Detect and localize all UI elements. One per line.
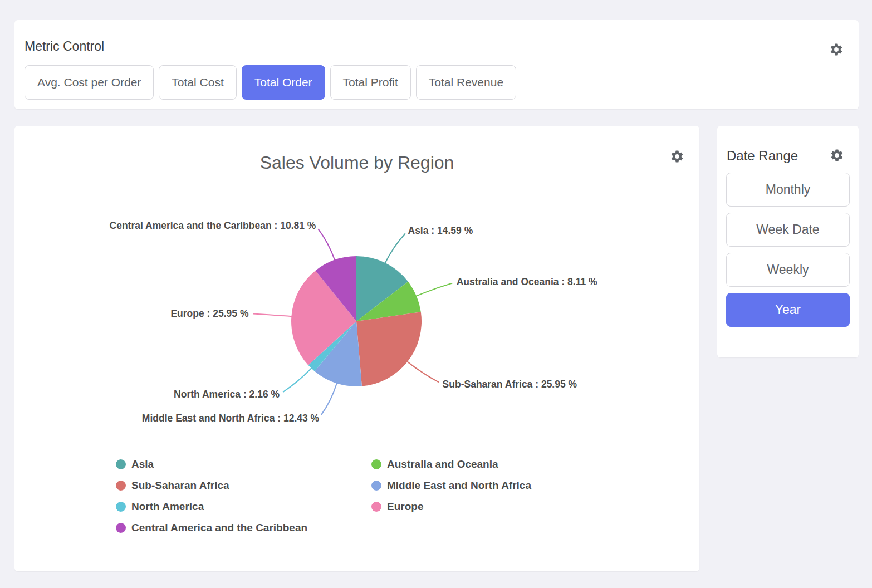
- metric-button-group: Avg. Cost per OrderTotal CostTotal Order…: [25, 65, 516, 100]
- pie-label-line-central-america-and-the-caribbean: [318, 229, 335, 261]
- legend-dot-icon: [116, 502, 126, 512]
- legend-label: North America: [131, 501, 204, 513]
- pie-label-europe: Europe : 25.95 %: [170, 308, 248, 319]
- date-range-title: Date Range: [727, 148, 798, 164]
- pie-label-australia-and-oceania: Australia and Oceania : 8.11 %: [457, 276, 597, 287]
- metric-control-title: Metric Control: [25, 39, 104, 54]
- legend-label: Asia: [131, 458, 154, 471]
- metric-control-panel: Metric Control Avg. Cost per OrderTotal …: [14, 20, 859, 109]
- date-range-button-weekly[interactable]: Weekly: [726, 253, 850, 287]
- sales-volume-panel: Asia : 14.59 %Australia and Oceania : 8.…: [14, 126, 699, 571]
- pie-label-central-america-and-the-caribbean: Central America and the Caribbean : 10.8…: [110, 220, 316, 231]
- legend-dot-icon: [116, 523, 126, 533]
- date-range-button-group: MonthlyWeek DateWeeklyYear: [726, 173, 850, 327]
- gear-icon: [829, 42, 844, 57]
- legend-dot-icon: [371, 459, 381, 469]
- pie-label-line-europe: [253, 314, 292, 317]
- legend-item-north-america[interactable]: North America: [116, 496, 371, 517]
- legend-label: Europe: [387, 501, 423, 513]
- legend-item-europe[interactable]: Europe: [371, 496, 531, 517]
- pie-label-line-asia: [385, 233, 405, 263]
- legend-dot-icon: [371, 481, 381, 491]
- legend-label: Central America and the Caribbean: [131, 522, 307, 534]
- metric-button-total-cost[interactable]: Total Cost: [159, 65, 236, 100]
- pie-label-line-middle-east-and-north-africa: [321, 383, 337, 415]
- legend-item-central-america-and-the-caribbean[interactable]: Central America and the Caribbean: [116, 517, 371, 538]
- chart-title: Sales Volume by Region: [14, 153, 699, 173]
- legend-item-middle-east-and-north-africa[interactable]: Middle East and North Africa: [371, 475, 531, 496]
- pie-label-line-australia-and-oceania: [416, 283, 452, 296]
- chart-legend: AsiaAustralia and OceaniaSub-Saharan Afr…: [116, 454, 531, 538]
- metric-button-total-profit[interactable]: Total Profit: [330, 65, 411, 100]
- pie-label-north-america: North America : 2.16 %: [174, 389, 280, 400]
- legend-dot-icon: [116, 459, 126, 469]
- pie-label-middle-east-and-north-africa: Middle East and North Africa : 12.43 %: [142, 413, 320, 424]
- date-range-gear-icon[interactable]: [830, 148, 844, 163]
- metric-button-avg-cost-per-order[interactable]: Avg. Cost per Order: [25, 65, 154, 100]
- legend-dot-icon: [371, 502, 381, 512]
- gear-icon: [830, 148, 844, 163]
- chart-gear-icon[interactable]: [670, 149, 684, 164]
- pie-label-asia: Asia : 14.59 %: [408, 225, 473, 236]
- date-range-button-monthly[interactable]: Monthly: [726, 173, 850, 207]
- metric-button-total-order[interactable]: Total Order: [242, 65, 325, 100]
- metric-button-total-revenue[interactable]: Total Revenue: [416, 65, 516, 100]
- pie-label-line-sub-saharan-africa: [407, 361, 439, 382]
- pie-slice-sub-saharan-africa[interactable]: [356, 312, 422, 386]
- legend-label: Australia and Oceania: [387, 458, 498, 471]
- date-range-panel: Date Range MonthlyWeek DateWeeklyYear: [717, 126, 859, 357]
- date-range-button-week-date[interactable]: Week Date: [726, 213, 850, 247]
- legend-label: Sub-Saharan Africa: [131, 479, 229, 492]
- legend-dot-icon: [116, 481, 126, 491]
- pie-label-sub-saharan-africa: Sub-Saharan Africa : 25.95 %: [443, 379, 577, 390]
- metric-control-gear-icon[interactable]: [829, 42, 844, 57]
- legend-item-australia-and-oceania[interactable]: Australia and Oceania: [371, 454, 531, 475]
- pie-label-line-north-america: [283, 368, 312, 392]
- legend-item-asia[interactable]: Asia: [116, 454, 371, 475]
- date-range-button-year[interactable]: Year: [726, 293, 850, 327]
- legend-item-sub-saharan-africa[interactable]: Sub-Saharan Africa: [116, 475, 371, 496]
- legend-label: Middle East and North Africa: [387, 479, 531, 492]
- gear-icon: [670, 149, 684, 164]
